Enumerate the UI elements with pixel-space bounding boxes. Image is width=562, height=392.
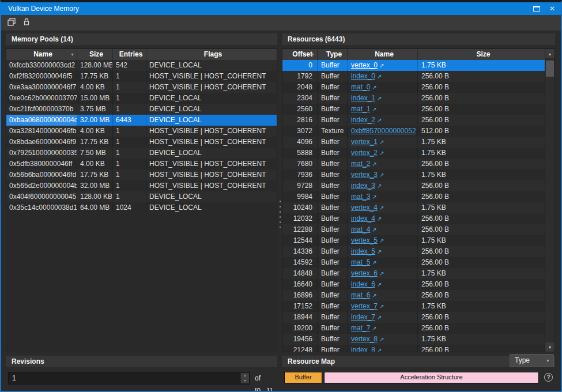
goto-resource-icon[interactable]: ↗	[379, 150, 384, 156]
resource-name-link[interactable]: index_8	[351, 346, 375, 352]
resource-row[interactable]: 12032Bufferindex_4↗256.00 B	[282, 213, 545, 224]
resource-name-link[interactable]: vertex_4	[351, 203, 378, 212]
resource-name-link[interactable]: vertex_2	[351, 149, 378, 157]
resource-name-link[interactable]: vertex_5	[351, 236, 378, 244]
memory-pool-row[interactable]: 0xa3281400000046fb4.00 KB1HOST_VISIBLE |…	[6, 126, 277, 137]
resource-row[interactable]: 19200Buffermat_7↗256.00 B	[282, 323, 545, 334]
resource-name-link[interactable]: vertex_8	[351, 335, 378, 343]
help-icon[interactable]: ?	[544, 373, 553, 382]
resource-map-segment[interactable]: Buffer	[284, 372, 322, 383]
memory-pool-row[interactable]: 0x35c14c00000038d164.00 MB1024DEVICE_LOC…	[6, 202, 277, 213]
resource-row[interactable]: 2560Buffermat_1↗256.00 B	[282, 104, 545, 115]
resource-row[interactable]: 16896Buffermat_6↗256.00 B	[282, 290, 545, 301]
memory-pool-row[interactable]: 0xe3aa3000000046f74.00 KB1HOST_VISIBLE |…	[6, 82, 277, 93]
spin-up-icon[interactable]: ▲	[240, 373, 249, 378]
resource-row[interactable]: 9984Buffermat_3↗256.00 B	[282, 191, 545, 202]
resource-row[interactable]: 2816Bufferindex_2↗256.00 B	[282, 115, 545, 126]
goto-resource-icon[interactable]: ↗	[372, 84, 376, 91]
resource-row[interactable]: 2048Buffermat_0↗256.00 B	[282, 82, 545, 93]
goto-resource-icon[interactable]: ↗	[377, 248, 382, 255]
goto-resource-icon[interactable]: ↗	[377, 216, 382, 222]
column-header-flags[interactable]: Flags	[146, 49, 277, 60]
titlebar[interactable]: Vulkan Device Memory ✕	[1, 2, 561, 15]
goto-resource-icon[interactable]: ↗	[377, 347, 382, 352]
memory-pool-row[interactable]: 0x56b6ba00000046fd17.75 KB1HOST_VISIBLE …	[6, 169, 277, 180]
goto-resource-icon[interactable]: ↗	[372, 194, 376, 200]
resource-row[interactable]: 1792Bufferindex_0↗256.00 B	[282, 71, 545, 82]
resource-row[interactable]: 3072Texture0xbff8570000000052↗512.00 B	[282, 126, 545, 137]
goto-resource-icon[interactable]: ↗	[372, 227, 376, 233]
memory-pool-row[interactable]: 0xc21fcf000000370b3.75 MB1DEVICE_LOCAL	[6, 104, 277, 115]
goto-resource-icon[interactable]: ↗	[377, 281, 382, 288]
memory-pool-row[interactable]: 0xbaa068000000004d32.00 MB6443DEVICE_LOC…	[6, 115, 277, 126]
resource-name-link[interactable]: mat_1	[351, 105, 370, 113]
goto-resource-icon[interactable]: ↗	[379, 172, 384, 178]
memory-pool-row[interactable]: 0xe0c62b000000370715.00 MB1DEVICE_LOCAL	[6, 93, 277, 104]
lock-button[interactable]	[21, 17, 32, 29]
scrollbar-thumb[interactable]	[546, 61, 554, 77]
resource-row[interactable]: 9728Bufferindex_3↗256.00 B	[282, 180, 545, 191]
resource-row[interactable]: 2304Bufferindex_1↗256.00 B	[282, 93, 545, 104]
spin-down-icon[interactable]: ▼	[240, 378, 249, 383]
column-header-name[interactable]: Name ▼	[6, 49, 77, 60]
goto-resource-icon[interactable]: ↗	[379, 238, 384, 244]
goto-resource-icon[interactable]: ↗	[377, 73, 382, 80]
goto-resource-icon[interactable]: ↗	[379, 139, 384, 145]
resource-name-link[interactable]: index_7	[351, 313, 375, 321]
resource-row[interactable]: 10240Buffervertex_4↗1.75 KB	[282, 202, 545, 213]
goto-resource-icon[interactable]: ↗	[379, 270, 384, 277]
resource-row[interactable]: 21248Bufferindex_8↗256.00 B	[282, 345, 545, 352]
resource-row[interactable]: 5888Buffervertex_2↗1.75 KB	[282, 148, 545, 159]
memory-pool-row[interactable]: 0x79251000000000357.50 MB1DEVICE_LOCAL	[6, 148, 277, 159]
resource-name-link[interactable]: 0xbff8570000000052	[351, 127, 416, 135]
resource-name-link[interactable]: index_0	[351, 72, 375, 80]
restore-window-icon[interactable]	[533, 6, 540, 12]
resource-name-link[interactable]: mat_3	[351, 193, 370, 201]
resource-row[interactable]: 14848Buffervertex_6↗1.75 KB	[282, 268, 545, 279]
goto-resource-icon[interactable]: ↗	[372, 161, 376, 167]
column-header-entries[interactable]: Entries	[113, 49, 146, 60]
resource-name-link[interactable]: vertex_7	[351, 302, 378, 310]
goto-resource-icon[interactable]: ↗	[372, 325, 376, 331]
resource-row[interactable]: 17152Buffervertex_7↗1.75 KB	[282, 301, 545, 312]
resource-name-link[interactable]: mat_4	[351, 225, 370, 233]
goto-resource-icon[interactable]: ↗	[379, 336, 384, 342]
resource-row[interactable]: 18944Bufferindex_7↗256.00 B	[282, 312, 545, 323]
memory-pool-row[interactable]: 0xf2f83200000046f517.75 KB1HOST_VISIBLE …	[6, 71, 277, 82]
memory-pool-row[interactable]: 0x404f600000000045128.00 KB1DEVICE_LOCAL	[6, 191, 277, 202]
resource-name-link[interactable]: mat_5	[351, 258, 370, 266]
map-filter-dropdown[interactable]: Type ▼	[510, 354, 554, 367]
memory-pool-row[interactable]: 0x5dfb3800000046ff4.00 KB1HOST_VISIBLE |…	[6, 159, 277, 169]
resource-row[interactable]: 14592Buffermat_5↗256.00 B	[282, 257, 545, 268]
goto-resource-icon[interactable]: ↗	[377, 314, 382, 321]
resource-row[interactable]: 14336Bufferindex_5↗256.00 B	[282, 246, 545, 257]
column-header-offset[interactable]: Offset ▼	[282, 49, 318, 60]
goto-resource-icon[interactable]: ↗	[372, 292, 376, 299]
resource-row[interactable]: 7936Buffervertex_3↗1.75 KB	[282, 169, 545, 180]
revision-spinbox[interactable]: 1 ▲ ▼	[8, 372, 250, 385]
scroll-down-icon[interactable]: ▼	[545, 342, 555, 352]
memory-pool-row[interactable]: 0xfccb330000003cd2128.00 MB542DEVICE_LOC…	[6, 60, 277, 71]
goto-resource-icon[interactable]: ↗	[372, 259, 376, 266]
resource-name-link[interactable]: index_2	[351, 116, 375, 124]
memory-pool-row[interactable]: 0x565d2e000000004b32.00 MB1HOST_VISIBLE …	[6, 180, 277, 191]
resource-name-link[interactable]: index_6	[351, 280, 375, 288]
resource-row[interactable]: 7680Buffermat_2↗256.00 B	[282, 159, 545, 169]
goto-resource-icon[interactable]: ↗	[377, 95, 382, 101]
resources-scrollbar[interactable]: ▲ ▼	[545, 49, 555, 352]
resource-name-link[interactable]: mat_0	[351, 83, 370, 91]
goto-resource-icon[interactable]: ↗	[372, 106, 376, 112]
resource-row[interactable]: 12544Buffervertex_5↗1.75 KB	[282, 235, 545, 246]
resource-name-link[interactable]: index_1	[351, 94, 375, 102]
scroll-up-icon[interactable]: ▲	[545, 49, 555, 59]
new-window-button[interactable]	[6, 17, 17, 29]
resource-name-link[interactable]: mat_6	[351, 291, 370, 299]
resource-name-link[interactable]: mat_7	[351, 324, 370, 332]
resource-name-link[interactable]: vertex_0	[351, 61, 378, 69]
resource-name-link[interactable]: vertex_6	[351, 269, 378, 277]
resource-row[interactable]: 4096Buffervertex_1↗1.75 KB	[282, 137, 545, 148]
goto-resource-icon[interactable]: ↗	[379, 303, 384, 310]
column-header-resname[interactable]: Name	[348, 49, 418, 60]
resource-row[interactable]: 0Buffervertex_0↗1.75 KB	[282, 60, 545, 71]
resource-row[interactable]: 12288Buffermat_4↗256.00 B	[282, 224, 545, 235]
